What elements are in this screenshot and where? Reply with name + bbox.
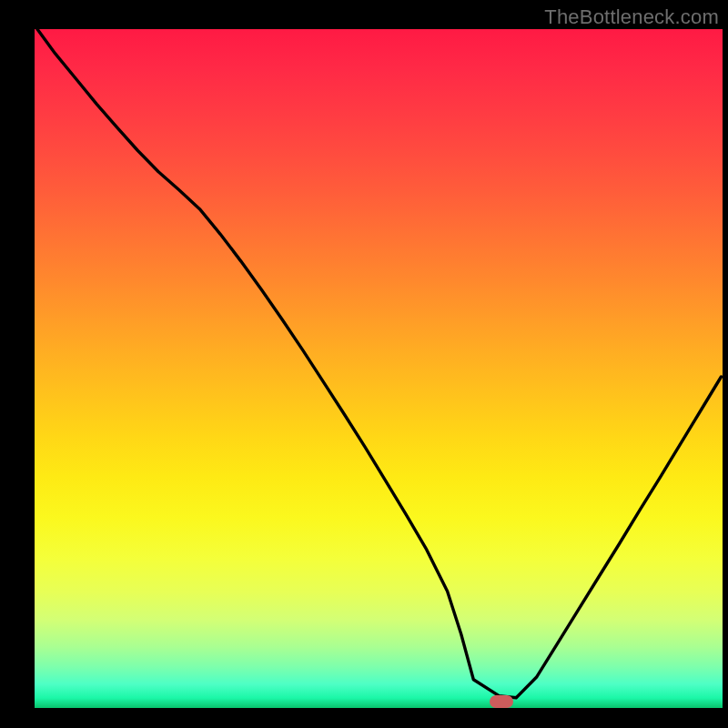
watermark-text: TheBottleneck.com [544,5,719,29]
curve-svg [35,29,723,708]
bottleneck-curve [37,29,722,698]
optimal-marker [490,695,513,708]
frame: TheBottleneck.com [0,0,728,728]
